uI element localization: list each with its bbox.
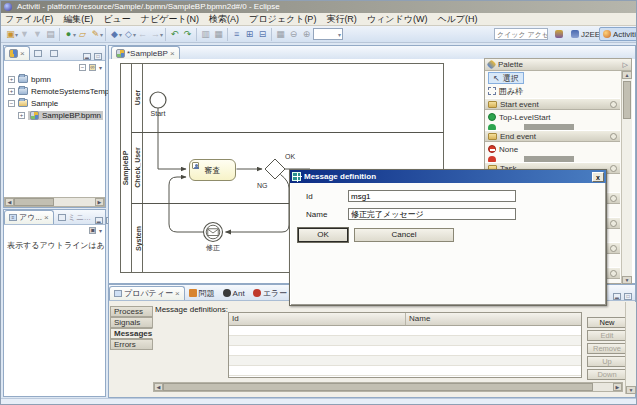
open-icon[interactable]: ▱ xyxy=(76,28,89,41)
expand-icon[interactable]: + xyxy=(8,76,15,83)
group-toggle-icon[interactable] xyxy=(610,133,617,140)
menu-file[interactable]: ファイル(F) xyxy=(5,13,53,26)
zoom-out-icon[interactable]: ⊖ xyxy=(287,28,300,41)
tab-project-explorer[interactable]: × xyxy=(4,46,30,60)
align-horizontal-icon[interactable]: ≡ xyxy=(230,28,243,41)
forward-dropdown-icon[interactable]: ▾ xyxy=(160,31,163,38)
copy-icon[interactable]: ▥ xyxy=(199,28,212,41)
new-button[interactable]: New xyxy=(587,317,627,328)
scroll-right-icon[interactable]: ▶ xyxy=(613,383,622,391)
align-vertical-icon[interactable]: ⊞ xyxy=(243,28,256,41)
dialog-close-icon[interactable]: x xyxy=(592,172,604,182)
flow-event-to-task[interactable] xyxy=(169,177,204,232)
side-tab-signals[interactable]: Signals xyxy=(110,317,153,328)
expand-icon[interactable]: + xyxy=(8,88,15,95)
quick-access-input[interactable] xyxy=(494,28,548,40)
view-menu-icon[interactable]: ▾ xyxy=(99,227,102,234)
palette-group-end-event[interactable]: End event xyxy=(485,130,620,142)
menu-run[interactable]: 実行(R) xyxy=(326,13,357,26)
explorer-hscrollbar[interactable]: ◀ ▶ xyxy=(4,197,105,207)
down-button[interactable]: Down xyxy=(587,369,627,380)
palette-item-none[interactable]: None xyxy=(488,143,518,155)
scroll-down-icon[interactable]: ▼ xyxy=(622,276,632,284)
print-icon[interactable]: ▤ xyxy=(44,28,57,41)
group-toggle-icon[interactable] xyxy=(610,220,617,227)
redo-icon[interactable]: ↷ xyxy=(181,28,194,41)
group-toggle-icon[interactable] xyxy=(610,101,617,108)
close-icon[interactable]: × xyxy=(170,50,175,58)
perspective-activiti[interactable]: Activiti xyxy=(599,27,637,41)
edit-dropdown-icon[interactable]: ▾ xyxy=(100,31,103,38)
side-tab-errors[interactable]: Errors xyxy=(110,339,153,350)
side-tab-messages[interactable]: Messages xyxy=(110,328,153,339)
close-icon[interactable]: × xyxy=(20,50,25,58)
close-icon[interactable]: × xyxy=(175,290,180,298)
scroll-left-icon[interactable]: ◀ xyxy=(154,383,163,391)
palette-header[interactable]: Palette ▷ xyxy=(485,59,631,71)
group-toggle-icon[interactable] xyxy=(610,245,617,252)
palette-tool-marquee[interactable]: 囲み枠 xyxy=(488,85,523,97)
group-toggle-icon[interactable] xyxy=(610,270,617,277)
tab-editor-samplebp[interactable]: *SampleBP × xyxy=(111,46,180,60)
menu-navigate[interactable]: ナビゲート(N) xyxy=(141,13,199,26)
menu-view[interactable]: ビュー xyxy=(103,13,130,26)
maximize-icon[interactable]: □ xyxy=(624,293,632,300)
back-icon[interactable]: ← xyxy=(136,28,149,41)
tab-properties[interactable]: プロパティー × xyxy=(109,286,185,300)
palette-collapse-icon[interactable]: ▷ xyxy=(623,61,628,69)
ok-button[interactable]: OK xyxy=(298,228,348,242)
tree-item-remote-systems[interactable]: +RemoteSystemsTempFiles xyxy=(4,85,105,97)
edit-button[interactable]: Edit xyxy=(587,330,627,341)
tab-navigator[interactable] xyxy=(30,46,46,60)
perspective-j2ee[interactable]: J2EE xyxy=(568,27,603,41)
menu-project[interactable]: プロジェクト(P) xyxy=(249,13,316,26)
column-header-name[interactable]: Name xyxy=(406,313,581,325)
palette-group-start-event[interactable]: Start event xyxy=(485,98,620,110)
tree-item-samplebp[interactable]: +SampleBP.bpmn xyxy=(4,109,105,121)
palette-scrollbar[interactable]: ▲ ▼ xyxy=(621,71,632,284)
palette-item-top-level-start[interactable]: Top-LevelStart xyxy=(488,111,551,123)
palette-tool-select[interactable]: ↖ 選択 xyxy=(488,72,524,84)
properties-hscrollbar[interactable]: ◀ ▶ xyxy=(153,382,623,392)
view-menu-icon[interactable]: ▾ xyxy=(99,64,102,71)
undo-icon[interactable]: ↶ xyxy=(168,28,181,41)
minimize-icon[interactable]: ▂ xyxy=(613,293,621,300)
id-field[interactable] xyxy=(348,190,516,202)
open-perspective-icon[interactable] xyxy=(552,27,566,41)
close-icon[interactable]: × xyxy=(44,214,49,222)
up-button[interactable]: Up xyxy=(587,356,627,367)
minimize-icon[interactable]: ▂ xyxy=(83,53,91,60)
save-icon[interactable]: ▼ xyxy=(18,28,31,41)
group-toggle-icon[interactable] xyxy=(610,165,617,172)
minimize-icon[interactable]: ▂ xyxy=(95,217,103,224)
cancel-button[interactable]: Cancel xyxy=(354,228,454,242)
start-event[interactable] xyxy=(150,92,166,108)
menu-window[interactable]: ウィンドウ(W) xyxy=(367,13,428,26)
tab-outline[interactable]: ≡アウ...× xyxy=(4,210,54,224)
remove-button[interactable]: Remove xyxy=(587,343,627,354)
expand-icon[interactable]: + xyxy=(18,112,25,119)
grid-icon[interactable]: ▦ xyxy=(274,28,287,41)
zoom-level-combo[interactable]: ▾ xyxy=(313,28,343,40)
outline-mode-icon[interactable]: ▣ xyxy=(89,227,96,234)
tab-miniature[interactable]: ミニ... xyxy=(54,210,95,224)
scroll-right-icon[interactable]: ▶ xyxy=(95,198,104,206)
dialog-title-bar[interactable]: Message definition x xyxy=(290,170,606,183)
zoom-in-icon[interactable]: ⊕ xyxy=(300,28,313,41)
tree-item-bpmn[interactable]: +bpmn xyxy=(4,73,105,85)
properties-vscrollbar[interactable]: ▼ xyxy=(625,302,636,394)
column-header-id[interactable]: Id xyxy=(229,313,406,325)
tree-item-sample[interactable]: −Sample xyxy=(4,97,105,109)
menu-search[interactable]: 検索(A) xyxy=(209,13,239,26)
tab-problems[interactable]: 問題 xyxy=(185,286,219,300)
collapse-all-icon[interactable]: − xyxy=(79,64,86,71)
user-task-shinsa[interactable]: 審査 xyxy=(189,159,236,181)
menu-help[interactable]: ヘルプ(H) xyxy=(437,13,477,26)
collapse-icon[interactable]: − xyxy=(8,100,15,107)
tab-package[interactable] xyxy=(46,46,62,60)
side-tab-process[interactable]: Process xyxy=(110,306,153,317)
scroll-left-icon[interactable]: ◀ xyxy=(5,198,14,206)
match-size-icon[interactable]: ⊟ xyxy=(256,28,269,41)
save-all-icon[interactable]: ▼ xyxy=(31,28,44,41)
scroll-down-icon[interactable]: ▼ xyxy=(626,386,636,394)
